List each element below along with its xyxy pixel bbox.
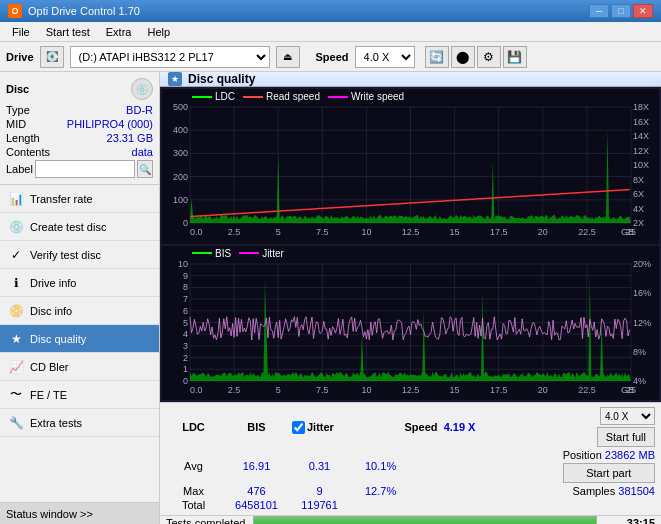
sidebar-item-create-test-disc[interactable]: 💿 Create test disc (0, 213, 159, 241)
eject-button[interactable]: ⏏ (276, 46, 300, 68)
stats-bar: LDC BIS Jitter Speed 4.19 X (160, 402, 661, 515)
position-label: Position 23862 MB (563, 449, 655, 461)
jitter-checkbox[interactable] (292, 421, 305, 434)
bottom-chart: BIS Jitter (162, 246, 659, 401)
toolbar-icons: 🔄 ⬤ ⚙ 💾 (425, 46, 527, 68)
menu-extra[interactable]: Extra (98, 24, 140, 40)
drive-icon: 💽 (40, 46, 64, 68)
samples-value: 381504 (618, 485, 655, 497)
sidebar-label-disc-quality: Disc quality (30, 333, 86, 345)
stats-row-total: Total 6458101 119761 (166, 499, 655, 511)
chart-header-title: Disc quality (188, 72, 255, 86)
disc-icon[interactable]: 💿 (131, 78, 153, 100)
maximize-button[interactable]: □ (611, 4, 631, 18)
chart-header-icon: ★ (168, 72, 182, 86)
drive-bar: Drive 💽 (D:) ATAPI iHBS312 2 PL17 ⏏ Spee… (0, 42, 661, 72)
legend-jitter: Jitter (262, 248, 284, 259)
sidebar-item-verify-test-disc[interactable]: ✓ Verify test disc (0, 241, 159, 269)
drive-select[interactable]: (D:) ATAPI iHBS312 2 PL17 (70, 46, 270, 68)
type-label: Type (6, 104, 30, 116)
top-chart-legend: LDC Read speed Write speed (192, 91, 404, 102)
bottom-chart-canvas (162, 246, 659, 399)
speed-stat-value: 4.19 X (444, 421, 476, 433)
cd-bler-icon: 📈 (8, 359, 24, 375)
save-button[interactable]: 💾 (503, 46, 527, 68)
sidebar-label-fe-te: FE / TE (30, 389, 67, 401)
speed-select[interactable]: 4.0 X 2.0 X 1.0 X (355, 46, 415, 68)
avg-label: Avg (166, 460, 221, 472)
disc-info-icon: 📀 (8, 303, 24, 319)
sidebar-item-cd-bler[interactable]: 📈 CD Bler (0, 353, 159, 381)
refresh-button[interactable]: 🔄 (425, 46, 449, 68)
total-ldc: 6458101 (229, 499, 284, 511)
top-chart: LDC Read speed Write speed (162, 89, 659, 244)
sidebar-label-transfer-rate: Transfer rate (30, 193, 93, 205)
sidebar-item-transfer-rate[interactable]: 📊 Transfer rate (0, 185, 159, 213)
start-full-button[interactable]: Start full (597, 427, 655, 447)
time-display: 33:15 (605, 517, 655, 524)
settings-button[interactable]: ⚙ (477, 46, 501, 68)
avg-jitter: 10.1% (365, 460, 396, 472)
app-title: Opti Drive Control 1.70 (28, 5, 140, 17)
status-window-label: Status window >> (6, 508, 93, 520)
legend-bis: BIS (215, 248, 231, 259)
samples-display: Samples 381504 (572, 485, 655, 497)
max-jitter: 12.7% (365, 485, 396, 497)
menu-start-test[interactable]: Start test (38, 24, 98, 40)
max-bis: 9 (292, 485, 347, 497)
sidebar-item-disc-info[interactable]: 📀 Disc info (0, 297, 159, 325)
menu-file[interactable]: File (4, 24, 38, 40)
record-button[interactable]: ⬤ (451, 46, 475, 68)
stats-row-max: Max 476 9 12.7% Samples 381504 (166, 485, 655, 497)
max-ldc: 476 (229, 485, 284, 497)
length-label: Length (6, 132, 40, 144)
legend-read-speed: Read speed (266, 91, 320, 102)
progress-bar (253, 516, 597, 524)
sidebar-item-extra-tests[interactable]: 🔧 Extra tests (0, 409, 159, 437)
disc-panel: Disc 💿 Type BD-R MID PHILIPRO4 (000) Len… (0, 72, 159, 185)
bottom-status: Tests completed 33:15 (160, 515, 661, 524)
speed-select-stat[interactable]: 4.0 X (600, 407, 655, 425)
contents-value: data (132, 146, 153, 158)
disc-quality-icon: ★ (8, 331, 24, 347)
bottom-chart-legend: BIS Jitter (192, 248, 284, 259)
ldc-header: LDC (166, 421, 221, 433)
main-layout: Disc 💿 Type BD-R MID PHILIPRO4 (000) Len… (0, 72, 661, 524)
total-label: Total (166, 499, 221, 511)
mid-value: PHILIPRO4 (000) (67, 118, 153, 130)
sidebar-item-fe-te[interactable]: 〜 FE / TE (0, 381, 159, 409)
sidebar-label-extra-tests: Extra tests (30, 417, 82, 429)
drive-info-icon: ℹ (8, 275, 24, 291)
close-button[interactable]: ✕ (633, 4, 653, 18)
menu-bar: File Start test Extra Help (0, 22, 661, 42)
app-icon: O (8, 4, 22, 18)
type-value: BD-R (126, 104, 153, 116)
sidebar-nav: 📊 Transfer rate 💿 Create test disc ✓ Ver… (0, 185, 159, 502)
disc-title: Disc (6, 83, 29, 95)
fe-te-icon: 〜 (8, 387, 24, 403)
legend-write-speed: Write speed (351, 91, 404, 102)
top-chart-canvas (162, 89, 659, 241)
status-window-button[interactable]: Status window >> (0, 502, 159, 524)
mid-label: MID (6, 118, 26, 130)
drive-label: Drive (6, 51, 34, 63)
label-btn[interactable]: 🔍 (137, 160, 153, 178)
progress-bar-fill (254, 517, 596, 524)
start-part-button[interactable]: Start part (563, 463, 655, 483)
right-panel: ★ Disc quality LDC Read speed (160, 72, 661, 524)
bis-header: BIS (229, 421, 284, 433)
menu-help[interactable]: Help (139, 24, 178, 40)
sidebar-item-drive-info[interactable]: ℹ Drive info (0, 269, 159, 297)
status-text: Tests completed (166, 517, 245, 524)
sidebar-item-disc-quality[interactable]: ★ Disc quality (0, 325, 159, 353)
sidebar-label-verify-test-disc: Verify test disc (30, 249, 101, 261)
label-input[interactable] (35, 160, 135, 178)
transfer-rate-icon: 📊 (8, 191, 24, 207)
minimize-button[interactable]: ─ (589, 4, 609, 18)
speed-label: Speed (316, 51, 349, 63)
window-controls: ─ □ ✕ (589, 4, 653, 18)
length-value: 23.31 GB (107, 132, 153, 144)
sidebar-label-create-test-disc: Create test disc (30, 221, 106, 233)
verify-test-disc-icon: ✓ (8, 247, 24, 263)
total-bis: 119761 (292, 499, 347, 511)
